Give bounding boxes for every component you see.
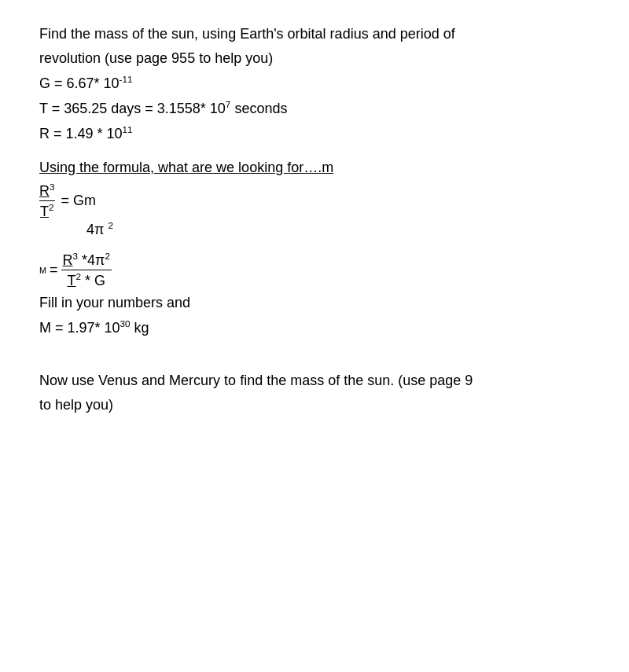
- t-denom-t: T: [40, 204, 49, 219]
- main-fraction-row: R3 T2 = Gm: [39, 182, 590, 220]
- m-r-exp: 3: [73, 251, 79, 261]
- m-result-unit: kg: [131, 320, 149, 336]
- m-t-text: T: [67, 273, 75, 288]
- formula-intro-line: Using the formula, what are we looking f…: [39, 157, 590, 178]
- m-numerator: R3 *4π2: [61, 251, 112, 270]
- venus-mercury-section: Now use Venus and Mercury to find the ma…: [39, 370, 590, 416]
- venus-mercury-line1: Now use Venus and Mercury to find the ma…: [39, 370, 590, 391]
- r-value-text: R = 1.49 * 10: [39, 126, 123, 141]
- g-exponent: -11: [120, 74, 133, 84]
- formula-intro-underlined: Using the formula, what are we looking f…: [39, 160, 333, 175]
- m-equals-text: =: [50, 262, 58, 278]
- m-formula-line: M = R3 *4π2 T2 * G: [39, 251, 590, 289]
- m-denominator: T2 * G: [65, 270, 107, 289]
- formula-section: Using the formula, what are we looking f…: [39, 157, 590, 238]
- pi-denom-line: 4π 2: [86, 220, 590, 238]
- fraction-numerator: R3: [39, 182, 55, 201]
- m-r-text: R: [63, 252, 73, 268]
- g-value-line: G = 6.67* 10-11: [39, 72, 590, 94]
- intro-section: Find the mass of the sun, using Earth's …: [39, 24, 590, 145]
- m-g-text: * G: [81, 273, 105, 288]
- fraction-denominator: T2: [40, 201, 54, 220]
- venus-mercury-line2: to help you): [39, 395, 590, 416]
- equals-gm: = Gm: [61, 193, 97, 209]
- m-pi-exp: 2: [105, 251, 110, 261]
- m-result-line: M = 1.97* 1030 kg: [39, 317, 590, 339]
- pi-exp: 2: [108, 220, 113, 230]
- intro-line2: revolution (use page 955 to help you): [39, 48, 590, 69]
- r-value-line: R = 1.49 * 1011: [39, 123, 590, 145]
- m-formula-section: M = R3 *4π2 T2 * G Fill in your numbers …: [39, 251, 590, 339]
- g-value-text: G = 6.67* 10: [39, 75, 120, 91]
- r-numerator-r: R: [39, 183, 50, 199]
- r3-over-t2-fraction: R3 T2: [39, 182, 55, 220]
- m-result-text: M = 1.97* 10: [39, 320, 120, 336]
- t-value-line: T = 365.25 days = 3.1558* 107 seconds: [39, 97, 590, 119]
- intro-line1: Find the mass of the sun, using Earth's …: [39, 24, 590, 45]
- m-superscript-label: M: [39, 266, 46, 275]
- r-exponent: 11: [123, 124, 133, 134]
- m-result-exp: 30: [120, 318, 131, 329]
- r-numerator-exp: 3: [50, 182, 55, 192]
- m-big-fraction: R3 *4π2 T2 * G: [61, 251, 112, 289]
- t-unit-text: seconds: [230, 101, 287, 116]
- m-times-text: *4π: [82, 252, 105, 268]
- main-content: Find the mass of the sun, using Earth's …: [39, 24, 590, 416]
- t-denom-exp: 2: [49, 202, 54, 212]
- fill-in-line: Fill in your numbers and: [39, 292, 590, 314]
- t-value-text: T = 365.25 days = 3.1558* 10: [39, 101, 226, 116]
- four-pi-text: 4π 2: [86, 222, 113, 237]
